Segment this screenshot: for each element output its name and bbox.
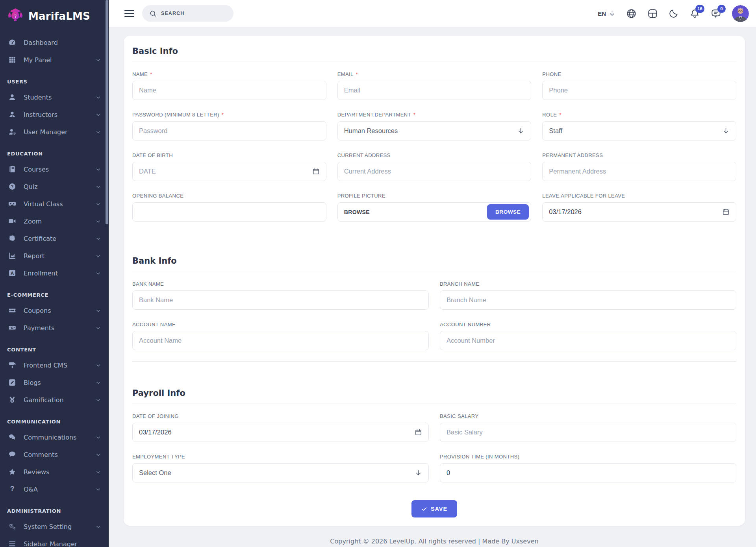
- required-asterisk: *: [559, 112, 561, 118]
- globe-button[interactable]: [626, 8, 637, 19]
- field-label-text: BASIC SALARY: [440, 413, 479, 419]
- sidebar-item-label: Communications: [24, 434, 96, 441]
- sidebar-item-students[interactable]: Students: [0, 89, 109, 106]
- dashboard-icon: [7, 39, 17, 46]
- user-avatar[interactable]: [732, 5, 749, 22]
- sidebar-item-label: Payments: [24, 324, 96, 332]
- sidebar-item-sidebar-manager[interactable]: Sidebar Manager: [0, 535, 109, 547]
- caret-down-icon: [96, 397, 101, 403]
- sidebar-item-gamification[interactable]: Gamification: [0, 391, 109, 408]
- main-area: SEARCH EN: [109, 0, 756, 547]
- text-input[interactable]: Basic Salary: [440, 423, 736, 442]
- sidebar-item-system-setting[interactable]: System Setting: [0, 518, 109, 535]
- text-input[interactable]: Password: [132, 121, 326, 140]
- dark-mode-toggle[interactable]: [669, 8, 679, 18]
- text-input[interactable]: [132, 202, 326, 222]
- sidebar-scrollbar[interactable]: [106, 0, 108, 224]
- sidebar-item-certificate[interactable]: Certificate: [0, 230, 109, 247]
- caret-down-icon: [96, 469, 101, 475]
- sidebar-item-label: Virtual Class: [24, 200, 96, 208]
- sidebar-item-coupons[interactable]: Coupons: [0, 302, 109, 319]
- caret-down-icon: [96, 308, 101, 313]
- field-label: DATE OF JOINING: [132, 413, 429, 419]
- input-placeholder: Account Number: [447, 337, 495, 344]
- notifications-button[interactable]: 16: [689, 8, 700, 19]
- sidebar-section-header-education: EDUCATION: [0, 140, 109, 161]
- form-grid: BANK NAMEBank NameBRANCH NAMEBranch Name…: [132, 281, 736, 350]
- search-input[interactable]: SEARCH: [142, 5, 233, 22]
- app-logo[interactable]: MarifaLMS: [0, 0, 109, 31]
- field-permanent-address: PERMANENT ADDRESSPermanent Address: [542, 152, 736, 181]
- form-section-bank-info: Bank InfoBANK NAMEBank NameBRANCH NAMEBr…: [132, 256, 736, 350]
- caret-down-icon: [96, 253, 101, 259]
- text-input[interactable]: 0: [440, 463, 736, 482]
- input-placeholder: Current Address: [344, 168, 391, 175]
- text-input[interactable]: Current Address: [337, 162, 532, 181]
- sidebar-item-enrollment[interactable]: AEnrollment: [0, 264, 109, 282]
- sidebar-item-label: Report: [24, 252, 96, 260]
- medal-icon: [7, 396, 17, 404]
- sidebar-item-dashboard[interactable]: Dashboard: [0, 34, 109, 51]
- field-label: PHONE: [542, 71, 736, 77]
- field-label: LEAVE.APPLICABLE FOR LEAVE: [542, 193, 736, 199]
- sidebar-item-label: Instructors: [24, 111, 96, 118]
- date-input[interactable]: DATE: [132, 162, 326, 181]
- input-placeholder: Bank Name: [139, 296, 173, 304]
- messages-button[interactable]: 0: [711, 8, 721, 19]
- caret-down-icon: [96, 167, 101, 172]
- section-divider: [132, 361, 736, 362]
- sidebar-item-communications[interactable]: Communications: [0, 429, 109, 446]
- input-placeholder: Branch Name: [447, 296, 486, 304]
- field-account-name: ACCOUNT NAMEAccount Name: [132, 322, 429, 350]
- sidebar-item-payments[interactable]: Payments: [0, 319, 109, 336]
- sidebar-item-comments[interactable]: Comments: [0, 446, 109, 463]
- text-input[interactable]: Bank Name: [132, 290, 429, 310]
- sidebar-item-zoom[interactable]: Zoom: [0, 213, 109, 230]
- sidebar-item-courses[interactable]: Courses: [0, 161, 109, 178]
- sidebar-item-q-a[interactable]: ?Q&A: [0, 480, 109, 498]
- text-input[interactable]: Email: [337, 81, 532, 100]
- sidebar-item-quiz[interactable]: ?Quiz: [0, 178, 109, 195]
- text-input[interactable]: Phone: [542, 81, 736, 100]
- book-icon: [7, 165, 17, 173]
- sidebar-section-header-users: USERS: [0, 68, 109, 89]
- text-input[interactable]: Branch Name: [440, 290, 736, 310]
- section-title: Payroll Info: [132, 388, 736, 403]
- file-input[interactable]: BROWSEBROWSE: [337, 202, 532, 222]
- sidebar-item-instructors[interactable]: Instructors: [0, 106, 109, 123]
- seal-icon: [7, 235, 17, 242]
- sidebar-item-label: Dashboard: [24, 39, 101, 46]
- field-label: ROLE*: [542, 112, 736, 118]
- sidebar-item-label: Frontend CMS: [24, 362, 96, 369]
- field-employment-type: EMPLOYMENT TYPESelect One: [132, 454, 429, 482]
- layout-button[interactable]: [647, 8, 658, 19]
- sidebar-item-blogs[interactable]: Blogs: [0, 374, 109, 391]
- section-title: Basic Info: [132, 46, 736, 61]
- select-input[interactable]: Staff: [542, 121, 736, 140]
- sidebar-item-reviews[interactable]: Reviews: [0, 463, 109, 480]
- message-badge: 0: [717, 5, 726, 13]
- sidebar-item-frontend-cms[interactable]: Frontend CMS: [0, 357, 109, 374]
- date-input[interactable]: 03/17/2026: [542, 202, 736, 222]
- menu-toggle-icon[interactable]: [124, 10, 134, 17]
- text-input[interactable]: Account Number: [440, 331, 736, 350]
- select-input[interactable]: Select One: [132, 463, 429, 482]
- input-value: 0: [447, 469, 450, 477]
- sidebar-item-user-manager[interactable]: User Manager: [0, 123, 109, 140]
- text-input[interactable]: Name: [132, 81, 326, 100]
- sidebar-item-report[interactable]: Report: [0, 247, 109, 264]
- date-input[interactable]: 03/17/2026: [132, 423, 429, 442]
- sidebar-item-my-panel[interactable]: My Panel: [0, 51, 109, 68]
- select-input[interactable]: Human Resources: [337, 121, 532, 140]
- arrow-down-icon: [517, 127, 524, 135]
- text-input[interactable]: Permanent Address: [542, 162, 736, 181]
- save-button[interactable]: SAVE: [411, 500, 457, 517]
- input-value: 03/17/2026: [139, 429, 172, 436]
- language-selector[interactable]: EN: [598, 10, 615, 17]
- field-label: OPENING BALANCE: [132, 193, 326, 199]
- moon-icon: [669, 8, 679, 18]
- text-input[interactable]: Account Name: [132, 331, 429, 350]
- sidebar-item-virtual-class[interactable]: Virtual Class: [0, 195, 109, 213]
- browse-button[interactable]: BROWSE: [487, 204, 529, 220]
- form-section-payroll-info: Payroll InfoDATE OF JOINING03/17/2026BAS…: [132, 388, 736, 482]
